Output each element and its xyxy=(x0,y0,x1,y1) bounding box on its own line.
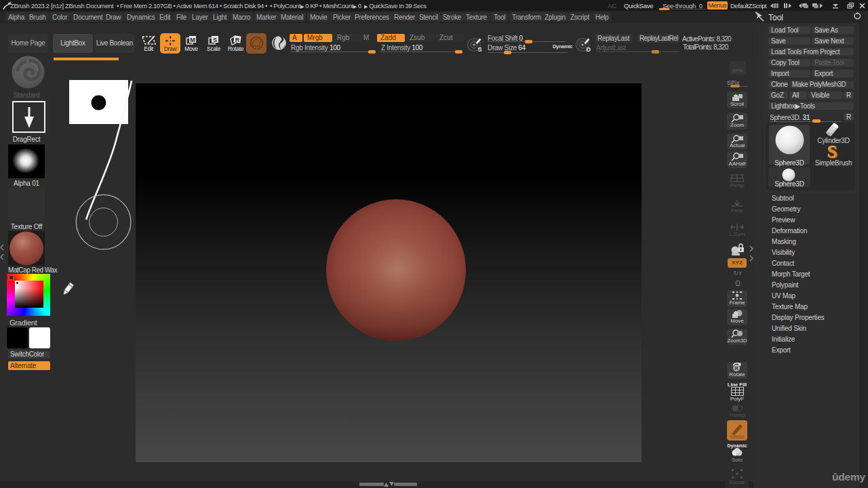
svg-text:S: S xyxy=(213,37,217,43)
svg-text:R: R xyxy=(734,366,738,371)
svg-text:M: M xyxy=(190,37,195,43)
svg-text:R: R xyxy=(235,37,240,43)
svg-text:D: D xyxy=(587,46,591,53)
svg-text:S: S xyxy=(478,46,482,53)
